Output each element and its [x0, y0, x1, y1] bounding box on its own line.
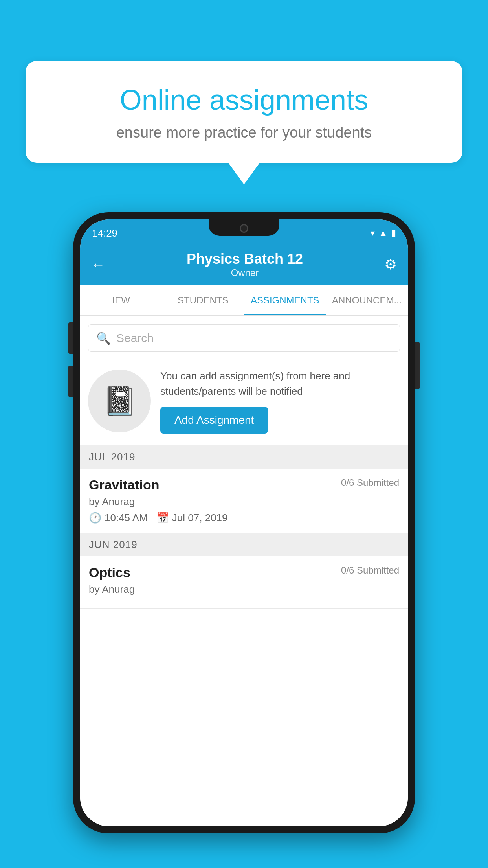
info-section: 📓 You can add assignment(s) from here an… [80, 360, 408, 441]
power-button [415, 342, 420, 389]
content-area: 🔍 Search 📓 You can add assignment(s) fro… [80, 316, 408, 826]
header-title-container: Physics Batch 12 Owner [187, 251, 303, 278]
phone-notch [209, 219, 279, 236]
phone-screen: 14:29 ▾ ▲ ▮ ← Physics Batch 12 Owner ⚙ [80, 219, 408, 826]
header-subtitle: Owner [187, 267, 303, 278]
info-description: You can add assignment(s) from here and … [160, 368, 400, 399]
header-title: Physics Batch 12 [187, 251, 303, 267]
month-divider-jun: JUN 2019 [80, 533, 408, 556]
tab-iew[interactable]: IEW [80, 285, 162, 315]
tab-announcements[interactable]: ANNOUNCEM... [326, 285, 408, 315]
volume-down-button [68, 366, 73, 397]
assignment-title: Gravitation [89, 477, 159, 493]
month-divider-jul: JUL 2019 [80, 445, 408, 469]
front-camera [240, 224, 248, 233]
tab-students[interactable]: STUDENTS [162, 285, 244, 315]
signal-icon: ▲ [379, 228, 387, 238]
speech-bubble: Online assignments ensure more practice … [26, 61, 462, 163]
assignment-submitted: 0/6 Submitted [341, 477, 399, 488]
speech-bubble-container: Online assignments ensure more practice … [26, 61, 462, 184]
info-text-block: You can add assignment(s) from here and … [160, 368, 400, 434]
tab-assignments[interactable]: ASSIGNMENTS [244, 285, 326, 315]
assignment-icon-circle: 📓 [88, 370, 151, 432]
speech-bubble-subtitle: ensure more practice for your students [53, 124, 435, 141]
phone-mockup: 14:29 ▾ ▲ ▮ ← Physics Batch 12 Owner ⚙ [73, 212, 415, 833]
speech-bubble-arrow [228, 163, 260, 184]
volume-up-button [68, 322, 73, 354]
speech-bubble-title: Online assignments [53, 85, 435, 116]
settings-icon[interactable]: ⚙ [384, 256, 397, 273]
add-assignment-button[interactable]: Add Assignment [160, 407, 268, 434]
assignment-date: 📅 Jul 07, 2019 [156, 512, 228, 524]
assignment-header: Gravitation 0/6 Submitted [89, 477, 399, 493]
status-icons: ▾ ▲ ▮ [371, 228, 396, 238]
wifi-icon: ▾ [371, 228, 375, 238]
search-bar[interactable]: 🔍 Search [88, 324, 400, 352]
assignment-title-optics: Optics [89, 565, 130, 580]
assignment-item-optics[interactable]: Optics 0/6 Submitted by Anurag [80, 556, 408, 609]
app-header: ← Physics Batch 12 Owner ⚙ [80, 244, 408, 285]
assignment-submitted-optics: 0/6 Submitted [341, 565, 399, 576]
assignment-header-optics: Optics 0/6 Submitted [89, 565, 399, 580]
phone-outer: 14:29 ▾ ▲ ▮ ← Physics Batch 12 Owner ⚙ [73, 212, 415, 833]
assignment-author-optics: by Anurag [89, 583, 399, 596]
notebook-icon: 📓 [103, 385, 137, 417]
assignment-time: 🕐 10:45 AM [89, 512, 148, 524]
clock-icon: 🕐 [89, 512, 101, 524]
back-button[interactable]: ← [91, 256, 105, 273]
calendar-icon: 📅 [156, 512, 169, 524]
tabs-bar: IEW STUDENTS ASSIGNMENTS ANNOUNCEM... [80, 285, 408, 316]
battery-icon: ▮ [391, 228, 396, 238]
assignment-author: by Anurag [89, 496, 399, 508]
search-icon: 🔍 [96, 331, 111, 345]
search-placeholder: Search [116, 331, 154, 345]
status-time: 14:29 [92, 227, 117, 239]
assignment-meta: 🕐 10:45 AM 📅 Jul 07, 2019 [89, 512, 399, 524]
assignment-item-gravitation[interactable]: Gravitation 0/6 Submitted by Anurag 🕐 10… [80, 469, 408, 533]
